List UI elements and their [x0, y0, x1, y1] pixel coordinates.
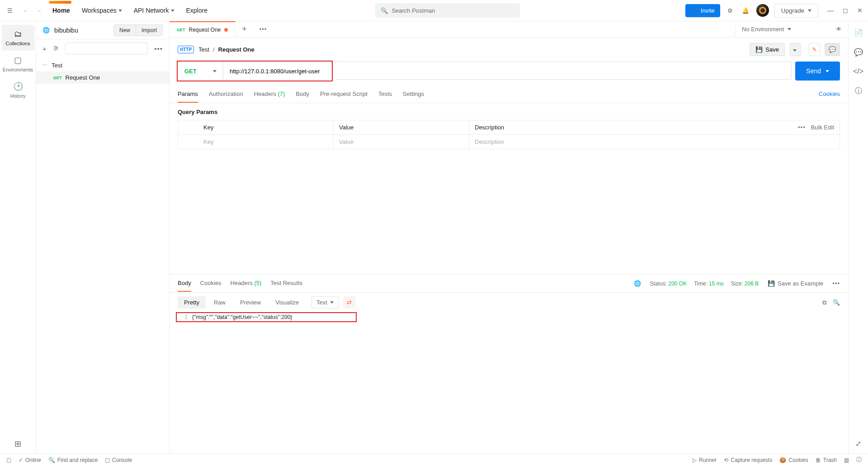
view-preview[interactable]: Preview — [234, 296, 267, 309]
response-content[interactable]: {"msg":"","data":"getUser~~","status":20… — [192, 314, 354, 320]
footer-find[interactable]: 🔍Find and replace — [48, 457, 98, 463]
import-button[interactable]: Import — [136, 24, 163, 36]
footer-runner[interactable]: ▷Runner — [693, 457, 717, 463]
rail-history[interactable]: 🕑History — [2, 77, 34, 103]
footer-sidebar-toggle[interactable]: ▢ — [6, 457, 11, 463]
filter-icon[interactable]: ⚞ — [53, 44, 59, 52]
footer-capture[interactable]: ⟲Capture requests — [724, 457, 772, 463]
tree-request[interactable]: GET Request One — [36, 71, 169, 84]
save-button[interactable]: 💾Save — [750, 43, 785, 56]
comment-icon[interactable]: 💬 — [825, 43, 840, 56]
nav-api-network[interactable]: API Network — [131, 3, 177, 18]
nav-explore[interactable]: Explore — [184, 3, 210, 18]
send-button[interactable]: Send — [795, 62, 840, 81]
documentation-icon[interactable]: 📄 — [854, 29, 863, 37]
save-as-example[interactable]: 💾Save as Example — [768, 280, 823, 287]
footer-layout-icon[interactable]: ▥ — [844, 457, 849, 463]
tab-body[interactable]: Body — [296, 86, 309, 103]
response-body[interactable]: 1 {"msg":"","data":"getUser~~","status":… — [177, 313, 356, 321]
cookies-link[interactable]: Cookies — [819, 86, 840, 103]
params-row-key[interactable]: Key — [198, 135, 334, 149]
search-input[interactable]: 🔍 Search Postman — [375, 3, 520, 18]
tab-more-button[interactable]: ••• — [253, 21, 274, 37]
tab-settings[interactable]: Settings — [403, 86, 424, 103]
wrap-lines-icon[interactable]: ⇄ — [343, 296, 355, 309]
nav-back-icon[interactable]: ← — [21, 5, 30, 16]
sidebar-search[interactable] — [65, 43, 148, 54]
params-row-checkbox[interactable] — [178, 135, 198, 149]
tab-add-button[interactable]: + — [236, 21, 253, 37]
comments-icon[interactable]: 💬 — [854, 48, 863, 57]
info-icon[interactable]: ⓘ — [855, 86, 862, 96]
breadcrumb-collection[interactable]: Test — [198, 46, 209, 53]
footer-help-icon[interactable]: ⓘ — [856, 456, 862, 464]
tab-headers[interactable]: Headers (7) — [254, 86, 285, 103]
nav-api-network-label: API Network — [134, 7, 169, 14]
breadcrumb-request[interactable]: Request One — [218, 46, 255, 53]
view-pretty[interactable]: Pretty — [178, 296, 206, 309]
url-input[interactable] — [223, 62, 331, 80]
footer-online[interactable]: ✓Online — [19, 457, 41, 463]
add-icon[interactable]: + — [42, 45, 47, 52]
rail-apps[interactable]: ⊞ — [2, 434, 34, 453]
settings-icon[interactable]: ⚙ — [726, 5, 735, 16]
tree-collection[interactable]: ﹀ Test — [36, 59, 169, 71]
maximize-icon[interactable]: ◻ — [843, 7, 848, 14]
upgrade-button[interactable]: Upgrade — [774, 4, 818, 18]
footer-console[interactable]: ▢Console — [105, 457, 132, 463]
share-icon[interactable]: ✎ — [809, 43, 820, 56]
tab-params[interactable]: Params — [178, 86, 198, 103]
more-icon[interactable]: ••• — [798, 124, 806, 131]
view-raw[interactable]: Raw — [208, 296, 232, 309]
resp-tab-headers[interactable]: Headers (5) — [231, 275, 262, 292]
footer-trash[interactable]: 🗑Trash — [816, 457, 837, 463]
format-selector[interactable]: Text — [311, 296, 339, 309]
expand-icon[interactable]: ⤢ — [855, 439, 861, 448]
globe-icon[interactable]: 🌐 — [634, 280, 641, 287]
more-icon[interactable]: ••• — [832, 280, 840, 287]
tab-headers-label: Headers — [254, 90, 276, 97]
tab-tests[interactable]: Tests — [378, 86, 392, 103]
runner-icon: ▷ — [693, 457, 697, 463]
nav-workspaces[interactable]: Workspaces — [79, 3, 125, 18]
env-quicklook-icon[interactable]: 👁 — [836, 26, 842, 33]
method-selector[interactable]: GET — [178, 62, 223, 80]
new-button[interactable]: New — [113, 24, 136, 36]
brand-accent — [49, 1, 71, 4]
minimize-icon[interactable]: — — [827, 7, 834, 14]
rail-environments[interactable]: ▢Environments — [2, 51, 34, 77]
close-icon[interactable]: ✕ — [857, 7, 863, 14]
nav-home[interactable]: Home — [50, 3, 73, 18]
env-selector[interactable]: No Environment — [742, 26, 831, 33]
url-bar-rest[interactable] — [335, 62, 792, 80]
code-icon[interactable]: </> — [853, 67, 863, 76]
notifications-icon[interactable]: 🔔 — [740, 5, 751, 16]
resp-tab-body[interactable]: Body — [178, 275, 191, 292]
env-label: No Environment — [742, 26, 784, 33]
resp-tab-cookies[interactable]: Cookies — [200, 275, 222, 292]
avatar[interactable] — [756, 4, 769, 17]
resp-tab-testresults[interactable]: Test Results — [270, 275, 302, 292]
bulk-edit-link[interactable]: Bulk Edit — [811, 124, 834, 131]
tab-prerequest[interactable]: Pre-request Script — [320, 86, 368, 103]
more-icon[interactable]: ••• — [154, 45, 163, 52]
save-options-button[interactable] — [789, 43, 801, 56]
invite-button[interactable]: 👤Invite — [685, 4, 720, 17]
menu-icon[interactable]: ☰ — [5, 5, 14, 16]
params-row-desc[interactable]: Description — [469, 135, 785, 149]
copy-icon[interactable]: ⧉ — [822, 299, 826, 306]
tab-authorization[interactable]: Authorization — [209, 86, 243, 103]
params-row-value[interactable]: Value — [334, 135, 469, 149]
collections-icon: 🗂 — [14, 29, 22, 39]
rail-collections[interactable]: 🗂Collections — [2, 25, 34, 51]
footer-cookies[interactable]: 🍪Cookies — [779, 457, 808, 463]
tab-request-one[interactable]: GET Request One — [170, 21, 236, 37]
resp-tab-headers-label: Headers — [231, 280, 253, 286]
workspace-name[interactable]: bibubibu — [54, 27, 109, 34]
url-bar-highlighted: GET — [178, 62, 331, 80]
view-visualize[interactable]: Visualize — [269, 296, 305, 309]
params-table: Key Value Description •••Bulk Edit Key V… — [178, 120, 840, 149]
params-empty-row[interactable]: Key Value Description — [178, 135, 840, 149]
nav-forward-icon[interactable]: → — [34, 5, 43, 16]
search-icon[interactable]: 🔍 — [833, 299, 840, 306]
